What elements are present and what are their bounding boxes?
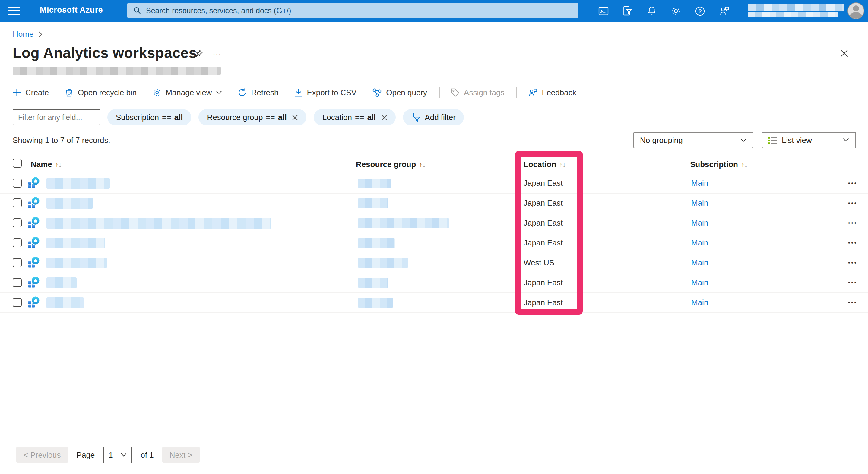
previous-page-button[interactable]: < Previous — [16, 447, 68, 463]
column-header-subscription[interactable]: Subscription↑↓ — [690, 160, 748, 169]
log-analytics-workspace-icon — [28, 217, 40, 228]
column-header-location[interactable]: Location↑↓ — [524, 160, 566, 169]
sort-icon: ↑↓ — [741, 161, 748, 168]
row-checkbox[interactable] — [13, 218, 22, 227]
avatar[interactable] — [847, 2, 864, 19]
resource-group-redacted — [358, 298, 393, 308]
row-checkbox[interactable] — [13, 198, 22, 208]
table-body: Japan East Main ••• — [0, 174, 868, 313]
settings-icon[interactable] — [663, 0, 688, 22]
filter-chip-location[interactable]: Location==all — [314, 109, 396, 125]
row-checkbox[interactable] — [13, 238, 22, 247]
subscription-link[interactable]: Main — [691, 174, 708, 193]
table-row[interactable]: West US Main ••• — [0, 253, 868, 273]
row-more-button[interactable]: ••• — [848, 233, 858, 253]
row-more-button[interactable]: ••• — [848, 194, 858, 213]
table-row[interactable]: Japan East Main ••• — [0, 194, 868, 214]
global-search-input[interactable]: Search resources, services, and docs (G+… — [127, 3, 578, 18]
top-nav-bar: Microsoft Azure Search resources, servic… — [0, 0, 868, 22]
feedback-button[interactable]: Feedback — [528, 88, 576, 97]
resource-group-redacted — [358, 218, 450, 228]
view-dropdown[interactable]: List view — [762, 132, 856, 148]
table-row[interactable]: Japan East Main ••• — [0, 174, 868, 194]
search-placeholder: Search resources, services, and docs (G+… — [146, 6, 291, 15]
sort-icon: ↑↓ — [419, 161, 426, 168]
name-redacted — [46, 257, 107, 268]
breadcrumb-home-link[interactable]: Home — [13, 30, 33, 39]
notifications-icon[interactable] — [640, 0, 663, 22]
table-row[interactable]: Japan East Main ••• — [0, 233, 868, 253]
row-checkbox[interactable] — [13, 278, 22, 287]
grouping-dropdown[interactable]: No grouping — [633, 132, 753, 148]
row-more-button[interactable]: ••• — [848, 293, 858, 312]
name-redacted — [46, 297, 84, 308]
row-checkbox[interactable] — [13, 258, 22, 267]
log-analytics-workspace-icon — [28, 256, 40, 268]
manage-view-button[interactable]: Manage view — [152, 88, 222, 97]
open-query-button[interactable]: Open query — [372, 88, 427, 97]
feedback-icon[interactable] — [712, 0, 736, 22]
filter-any-field-input[interactable] — [13, 109, 100, 125]
cloud-shell-icon[interactable] — [591, 0, 615, 22]
subscription-link[interactable]: Main — [691, 233, 708, 253]
log-analytics-workspace-icon — [28, 197, 40, 209]
search-icon — [133, 7, 141, 14]
refresh-button[interactable]: Refresh — [238, 88, 278, 97]
table-row[interactable]: Japan East Main ••• — [0, 273, 868, 293]
assign-tags-button[interactable]: Assign tags — [451, 88, 504, 97]
query-icon — [372, 88, 382, 97]
create-button[interactable]: Create — [13, 88, 49, 97]
row-checkbox[interactable] — [13, 179, 22, 188]
remove-filter-icon[interactable] — [292, 114, 298, 120]
hamburger-menu-icon[interactable] — [8, 7, 20, 15]
page-title: Log Analytics workspaces — [13, 44, 197, 62]
toolbar-divider — [517, 87, 517, 98]
row-more-button[interactable]: ••• — [848, 174, 858, 193]
remove-filter-icon[interactable] — [381, 114, 387, 120]
subscription-link[interactable]: Main — [691, 194, 708, 213]
svg-text:?: ? — [698, 8, 702, 14]
title-more-button[interactable]: … — [212, 47, 222, 57]
directory-filter-icon[interactable] — [615, 0, 640, 22]
resource-group-redacted — [358, 238, 395, 248]
export-csv-button[interactable]: Export to CSV — [294, 88, 356, 97]
name-redacted — [46, 218, 272, 228]
next-page-button[interactable]: Next > — [162, 447, 200, 463]
row-more-button[interactable]: ••• — [848, 214, 858, 233]
help-icon[interactable]: ? — [688, 0, 712, 22]
subscription-link[interactable]: Main — [691, 293, 708, 312]
subscription-link[interactable]: Main — [691, 273, 708, 292]
close-icon[interactable] — [840, 49, 849, 58]
column-header-resource-group[interactable]: Resource group↑↓ — [356, 160, 426, 169]
resource-group-redacted — [358, 179, 392, 188]
records-count-text: Showing 1 to 7 of 7 records. — [13, 136, 111, 145]
row-checkbox[interactable] — [13, 298, 22, 307]
chevron-down-icon — [843, 138, 849, 142]
log-analytics-workspace-icon — [28, 236, 40, 249]
filter-chip-resource-group[interactable]: Resource group==all — [198, 109, 306, 125]
resource-group-redacted — [358, 258, 408, 268]
feedback-person-icon — [528, 88, 538, 97]
list-view-icon — [769, 136, 777, 144]
table-row[interactable]: Japan East Main ••• — [0, 214, 868, 233]
pin-icon[interactable] — [194, 50, 203, 59]
tag-icon — [451, 88, 460, 97]
open-recycle-bin-button[interactable]: Open recycle bin — [65, 88, 136, 97]
column-header-name[interactable]: Name↑↓ — [31, 160, 62, 169]
brand-title[interactable]: Microsoft Azure — [40, 5, 103, 14]
account-info-redacted[interactable] — [748, 4, 844, 18]
add-filter-button[interactable]: Add filter — [403, 109, 464, 125]
row-more-button[interactable]: ••• — [848, 273, 858, 292]
location-cell: Japan East — [524, 214, 563, 233]
subscription-link[interactable]: Main — [691, 214, 708, 233]
select-all-checkbox[interactable] — [13, 159, 22, 168]
filter-chip-subscription[interactable]: Subscription==all — [107, 109, 191, 125]
subscription-link[interactable]: Main — [691, 253, 708, 273]
page-label: Page — [76, 450, 95, 459]
plus-icon — [13, 88, 21, 96]
page-number-select[interactable]: 1 — [103, 447, 132, 463]
page-of-label: of 1 — [141, 450, 154, 459]
table-row[interactable]: Japan East Main ••• — [0, 293, 868, 313]
location-cell: West US — [524, 253, 554, 273]
row-more-button[interactable]: ••• — [848, 253, 858, 273]
